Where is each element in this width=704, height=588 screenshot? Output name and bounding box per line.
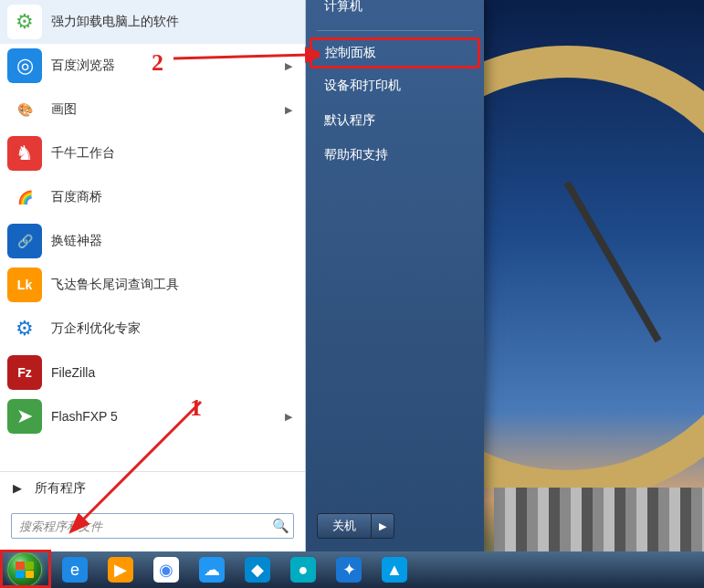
- taskbar: e▶◉☁◆●✦▲: [0, 551, 704, 588]
- start-menu: ⚙强力卸载电脑上的软件◎百度浏览器▶🎨画图▶♞千牛工作台🌈百度商桥🔗换链神器Lk…: [0, 0, 484, 551]
- start-menu-right-panel: 计算机控制面板设备和打印机默认程序帮助和支持关机▶: [306, 0, 484, 551]
- program-icon: Lk: [7, 268, 42, 302]
- program-label: 换链神器: [51, 233, 298, 249]
- program-icon: ⚙: [7, 5, 42, 39]
- program-label: FlashFXP 5: [51, 409, 285, 424]
- program-item-5[interactable]: 🔗换链神器: [0, 219, 305, 263]
- program-item-2[interactable]: 🎨画图▶: [0, 88, 305, 131]
- shutdown-button[interactable]: 关机: [318, 514, 372, 538]
- program-icon: ⚙: [7, 311, 42, 346]
- taskbar-item-wmp[interactable]: ▶: [99, 553, 142, 586]
- program-label: 百度浏览器: [51, 58, 285, 74]
- taskbar-item-app1[interactable]: ☁: [190, 553, 234, 586]
- program-icon: ➤: [7, 399, 42, 434]
- program-item-4[interactable]: 🌈百度商桥: [0, 175, 305, 219]
- triangle-right-icon: ▶: [13, 481, 22, 495]
- program-label: 百度商桥: [51, 189, 298, 205]
- all-programs-button[interactable]: ▶ 所有程序: [0, 471, 305, 504]
- program-label: 飞达鲁长尾词查询工具: [51, 277, 298, 293]
- program-label: 强力卸载电脑上的软件: [51, 14, 298, 30]
- program-icon: 🔗: [7, 224, 42, 258]
- censored-area: [494, 488, 704, 551]
- taskbar-item-app2[interactable]: ◆: [236, 553, 279, 586]
- chrome-icon: ◉: [153, 557, 179, 583]
- shutdown-area: 关机▶: [306, 504, 484, 551]
- annotation-box-start: [0, 550, 51, 588]
- all-programs-label: 所有程序: [35, 480, 86, 497]
- chevron-right-icon: ▶: [285, 60, 292, 72]
- program-label: 万企利优化专家: [51, 320, 298, 337]
- right-menu-计算机[interactable]: 计算机: [311, 0, 478, 22]
- separator: [317, 30, 473, 31]
- search-input[interactable]: [12, 520, 268, 533]
- wmp-icon: ▶: [108, 557, 133, 583]
- program-item-9[interactable]: ➤FlashFXP 5▶: [0, 394, 305, 438]
- app3-icon: ●: [290, 557, 316, 583]
- taskbar-item-app4[interactable]: ✦: [327, 553, 371, 586]
- program-item-7[interactable]: ⚙万企利优化专家: [0, 307, 305, 351]
- app5-icon: ▲: [382, 557, 407, 583]
- search-icon: 🔍: [272, 518, 289, 534]
- program-icon: 🌈: [7, 180, 42, 215]
- ie-icon: e: [62, 557, 88, 583]
- right-menu-默认程序[interactable]: 默认程序: [311, 105, 478, 136]
- annotation-number-2: 2: [152, 49, 163, 77]
- annotation-number-1: 1: [190, 394, 202, 422]
- right-menu-帮助和支持[interactable]: 帮助和支持: [311, 140, 478, 171]
- chevron-right-icon: ▶: [285, 104, 292, 116]
- taskbar-items: e▶◉☁◆●✦▲: [49, 551, 416, 588]
- program-icon: 🎨: [7, 92, 42, 127]
- app2-icon: ◆: [245, 557, 270, 583]
- right-menu-设备和打印机[interactable]: 设备和打印机: [311, 70, 478, 101]
- shutdown-options-button[interactable]: ▶: [372, 517, 394, 536]
- program-icon: ♞: [7, 136, 42, 171]
- search-area: 🔍: [0, 504, 305, 551]
- search-button[interactable]: 🔍: [268, 514, 293, 538]
- taskbar-item-chrome[interactable]: ◉: [144, 553, 188, 586]
- program-item-3[interactable]: ♞千牛工作台: [0, 131, 305, 175]
- program-item-6[interactable]: Lk飞达鲁长尾词查询工具: [0, 263, 305, 307]
- shutdown-button-group: 关机▶: [317, 513, 394, 539]
- app1-icon: ☁: [199, 557, 225, 583]
- program-icon: ◎: [7, 48, 42, 83]
- chevron-right-icon: ▶: [285, 411, 292, 423]
- program-label: 千牛工作台: [51, 145, 298, 162]
- program-item-8[interactable]: FzFileZilla: [0, 351, 305, 394]
- program-label: FileZilla: [51, 365, 298, 380]
- program-icon: Fz: [7, 355, 42, 390]
- search-box: 🔍: [11, 513, 294, 539]
- start-menu-left-panel: ⚙强力卸载电脑上的软件◎百度浏览器▶🎨画图▶♞千牛工作台🌈百度商桥🔗换链神器Lk…: [0, 0, 306, 551]
- taskbar-item-app3[interactable]: ●: [281, 553, 325, 586]
- taskbar-item-app5[interactable]: ▲: [373, 553, 416, 586]
- taskbar-item-ie[interactable]: e: [53, 553, 97, 586]
- app4-icon: ✦: [336, 557, 362, 583]
- right-menu-控制面板[interactable]: 控制面板: [310, 37, 480, 68]
- program-item-0[interactable]: ⚙强力卸载电脑上的软件: [0, 0, 305, 44]
- program-label: 画图: [51, 101, 285, 118]
